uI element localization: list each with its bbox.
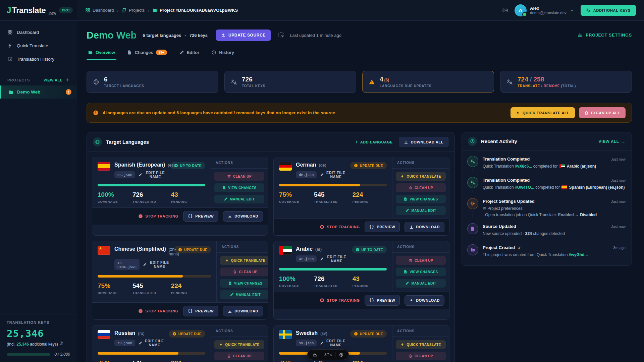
check-circle-icon <box>174 164 178 168</box>
edit-file-name-button[interactable]: EDIT FILE NAME <box>320 339 346 347</box>
sidebar-item-dashboard[interactable]: Dashboard <box>0 25 77 39</box>
clean-up-button[interactable]: CLEAN UP <box>220 267 268 276</box>
file-name-chip: ru.json <box>114 340 135 346</box>
quick-translate-button[interactable]: QUICK TRANSLATE <box>396 172 446 181</box>
pencil-icon <box>320 257 324 261</box>
view-changes-button[interactable]: VIEW CHANGES <box>396 267 446 276</box>
user-menu[interactable]: A Alex demo@jtranslate.dev <box>515 4 575 16</box>
activity-link[interactable]: #wyGhd... <box>569 252 588 257</box>
clean-up-button[interactable]: CLEAN UP <box>214 172 264 181</box>
edit-file-name-button[interactable]: EDIT FILE NAME <box>320 171 346 179</box>
clean-up-button[interactable]: CLEAN UP <box>396 352 446 360</box>
edit-file-name-button[interactable]: EDIT FILE NAME <box>143 260 170 268</box>
quick-translate-button[interactable]: QUICK TRANSLATE <box>396 340 446 349</box>
translated-value: 545 <box>132 282 156 290</box>
stop-tracking-button[interactable]: STOP TRACKING <box>138 214 178 219</box>
language-flag-icon <box>98 246 110 255</box>
user-email: demo@jtranslate.dev <box>530 11 567 15</box>
preview-button[interactable]: {} PREVIEW <box>365 295 400 306</box>
additional-keys-button[interactable]: ADDITIONAL KEYS <box>581 5 636 16</box>
pause-circle-icon <box>320 298 324 303</box>
pro-badge: PRO <box>59 7 73 13</box>
manual-edit-button[interactable]: MANUAL EDIT <box>396 206 446 215</box>
card-footer: STOP TRACKING {} PREVIEW DOWNLOAD <box>92 302 268 319</box>
view-all-projects-button[interactable]: VIEW ALL <box>44 78 62 82</box>
clean-up-button[interactable]: CLEAN UP <box>396 183 446 192</box>
file-name-chip: zh-hans.json <box>114 259 140 270</box>
logo-name: Translate <box>12 6 46 15</box>
tab-changes[interactable]: Changes 99+ <box>127 50 167 60</box>
tab-history[interactable]: History <box>211 50 234 60</box>
app-logo[interactable]: JTranslate .DEV PRO <box>0 0 77 20</box>
edit-file-name-button[interactable]: EDIT FILE NAME <box>320 255 347 263</box>
manual-edit-button[interactable]: MANUAL EDIT <box>220 290 268 299</box>
chevron-down-icon <box>570 8 575 13</box>
download-all-button[interactable]: DOWNLOAD ALL <box>399 137 448 147</box>
clean-up-all-button[interactable]: CLEAN UP ALL <box>579 107 626 118</box>
project-settings-button[interactable]: PROJECT SETTINGS <box>577 33 632 38</box>
view-changes-button[interactable]: VIEW CHANGES <box>220 279 268 288</box>
translation-keys-panel: TRANSLATION KEYS 25,346 (Incl. 25,346 ad… <box>0 314 77 362</box>
breadcrumb-project[interactable]: Project #DnLOUKsAD6awVO1pBWKS <box>152 8 238 13</box>
quota-progress-bar <box>7 353 50 356</box>
activity-link[interactable]: #vX8c6... <box>515 164 532 169</box>
quick-translate-all-button[interactable]: QUICK TRANSLATE ALL <box>511 107 575 118</box>
breadcrumb-dashboard[interactable]: Dashboard <box>85 8 114 13</box>
clean-up-button[interactable]: CLEAN UP <box>396 256 446 265</box>
activity-description: Quick Translation #vX8c6... completed fo… <box>483 163 626 170</box>
download-button[interactable]: DOWNLOAD <box>405 222 444 232</box>
quick-translate-button[interactable]: QUICK TRANSLATE <box>214 340 264 349</box>
activity-link[interactable]: #Uw4TO... <box>515 185 534 190</box>
view-changes-button[interactable]: VIEW CHANGES <box>396 195 446 203</box>
pending-value: 43 <box>171 191 187 198</box>
arrow-right-icon: → <box>622 139 626 143</box>
tab-overview[interactable]: Overview <box>88 50 115 60</box>
warning-icon <box>369 79 375 85</box>
preview-button[interactable]: {} PREVIEW <box>365 222 400 232</box>
download-button[interactable]: DOWNLOAD <box>405 295 444 306</box>
card-actions-column: ACTIONS QUICK TRANSLATECLEAN UPVIEW CHAN… <box>211 325 268 362</box>
activity-time: Just now <box>611 178 626 182</box>
preview-button[interactable]: {} PREVIEW <box>183 306 219 316</box>
download-button[interactable]: DOWNLOAD <box>223 211 263 222</box>
manual-edit-button[interactable]: MANUAL EDIT <box>396 279 446 288</box>
flag-icon <box>561 185 567 189</box>
stop-tracking-button[interactable]: STOP TRACKING <box>138 309 178 313</box>
activity-item: Source Updated Just now New source uploa… <box>467 221 626 242</box>
translate-icon <box>231 79 237 85</box>
quick-translate-icon <box>225 258 229 262</box>
edit-file-name-button[interactable]: EDIT FILE NAME <box>139 171 166 179</box>
view-changes-button[interactable]: VIEW CHANGES <box>214 183 264 192</box>
activity-time: 3m ago <box>613 246 626 250</box>
quick-translate-button[interactable]: QUICK TRANSLATE <box>220 256 268 265</box>
stop-tracking-button[interactable]: STOP TRACKING <box>320 225 360 229</box>
target-icon[interactable] <box>339 352 344 357</box>
keys-count: 25,346 <box>7 328 70 339</box>
add-project-icon[interactable] <box>65 78 69 82</box>
clock-icon <box>211 50 216 55</box>
activity-item: Project Created 3m ago This project was … <box>467 242 626 261</box>
clean-up-button[interactable]: CLEAN UP <box>214 352 264 360</box>
activity-view-all-button[interactable]: VIEW ALL→ <box>599 139 626 143</box>
stop-tracking-button[interactable]: STOP TRACKING <box>320 298 360 303</box>
activity-type-icon <box>467 177 478 188</box>
dev-toolbar-overlay[interactable]: 3.7 s <box>307 349 349 360</box>
broadcast-icon[interactable] <box>502 7 508 14</box>
manual-edit-button[interactable]: MANUAL EDIT <box>214 195 264 203</box>
warning-banner: 4 languages are due an update and 6 lang… <box>87 103 632 123</box>
preview-button[interactable]: {} PREVIEW <box>183 211 219 222</box>
sidebar-item-quick-translate[interactable]: Quick Translate <box>0 39 77 52</box>
breadcrumb-projects[interactable]: Projects <box>121 8 145 13</box>
sidebar: DashboardQuick TranslateTranslation Hist… <box>0 21 77 362</box>
download-button[interactable]: DOWNLOAD <box>223 306 263 316</box>
sidebar-item-translation-history[interactable]: Translation History <box>0 52 77 66</box>
add-language-button[interactable]: ADD LANGUAGE <box>355 140 393 144</box>
language-card: Spanish (European) (es) es.json EDIT FIL… <box>92 157 268 236</box>
sidebar-item-demo-web[interactable]: Demo Web ! <box>0 85 77 99</box>
update-source-button[interactable]: UPDATE SOURCE <box>216 29 271 41</box>
coverage-progress-bar <box>98 352 205 355</box>
help-icon[interactable] <box>59 341 63 345</box>
language-code: (sv) <box>320 331 327 336</box>
tab-editor[interactable]: Editor <box>179 50 200 60</box>
edit-file-name-button[interactable]: EDIT FILE NAME <box>139 339 164 347</box>
